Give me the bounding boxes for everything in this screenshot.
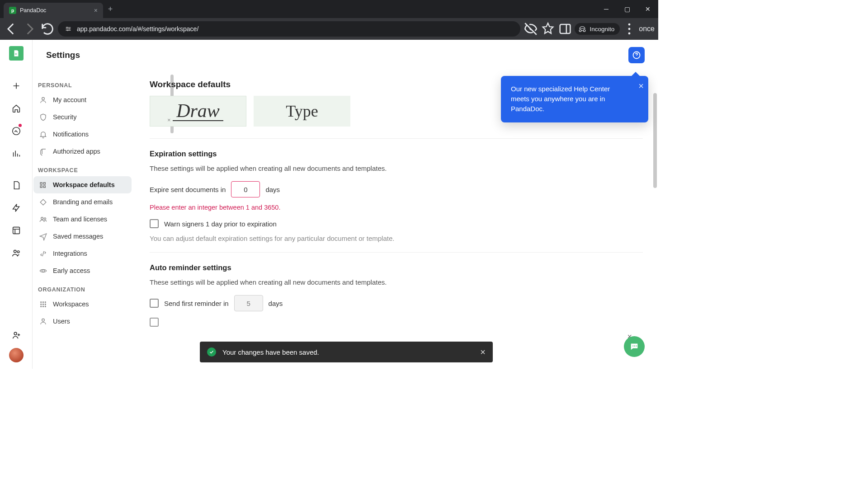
svg-point-23 [41,301,42,302]
sidebar-item-security[interactable]: Security [33,108,132,126]
sidebar-item-label: Authorized apps [53,148,100,155]
help-popover: × Our new specialized Help Center meets … [501,76,648,122]
signature-draw-option[interactable]: × Draw [150,96,246,127]
toolbar-right: Incognito once [523,21,655,37]
help-button[interactable] [628,47,645,63]
sidebar-item-label: Early access [53,267,90,274]
reload-button[interactable] [40,21,55,37]
new-doc-button[interactable] [6,76,26,96]
svg-point-25 [45,301,46,302]
bookmark-star-icon[interactable] [540,21,556,37]
svg-point-32 [42,319,45,321]
contacts-icon[interactable] [6,243,26,263]
browser-tab[interactable]: p PandaDoc × [4,3,103,18]
reminder-heading: Auto reminder settings [150,263,643,272]
expire-prefix: Expire sent documents in [150,186,226,193]
sidebar-item-users[interactable]: Users [33,313,132,330]
catalog-icon[interactable] [6,221,26,240]
app-root: Settings PERSONAL My account Security No… [0,40,658,369]
expiration-heading: Expiration settings [150,150,643,158]
svg-point-31 [45,306,46,307]
close-window-button[interactable]: ✕ [637,0,658,18]
url-bar[interactable]: app.pandadoc.com/a/#/settings/workspace/ [58,21,520,37]
svg-point-0 [66,27,68,28]
settings-sidebar: PERSONAL My account Security Notificatio… [33,70,134,369]
pandadoc-logo[interactable] [9,46,24,61]
first-reminder-checkbox[interactable] [150,299,159,308]
svg-point-34 [634,346,635,347]
expire-error-text: Please enter an integer between 1 and 36… [150,204,643,211]
reminder-desc: These settings will be applied when crea… [150,278,643,286]
first-reminder-days-input[interactable] [234,295,263,311]
signature-x-mark: × [167,117,171,123]
svg-point-24 [43,301,44,302]
expiration-desc: These settings will be applied when crea… [150,164,643,172]
svg-point-12 [17,251,19,253]
svg-rect-10 [13,227,19,234]
back-button[interactable] [4,21,19,37]
sidebar-item-branding[interactable]: Branding and emails [33,193,132,211]
svg-point-22 [42,269,45,272]
templates-icon[interactable] [6,198,26,218]
section-workspace-label: WORKSPACE [33,160,134,176]
browser-chrome: p PandaDoc × + ─ ▢ ✕ app.pandadoc.com/a/… [0,0,658,40]
browser-menu-icon[interactable] [622,21,637,37]
svg-point-6 [628,28,631,30]
svg-point-35 [636,346,637,347]
chat-fab[interactable] [624,336,645,357]
sidebar-item-saved-messages[interactable]: Saved messages [33,228,132,245]
side-panel-icon[interactable] [557,21,573,37]
toast-close-icon[interactable]: × [480,347,486,357]
incognito-indicator[interactable]: Incognito [575,23,620,35]
popover-close-icon[interactable]: × [638,80,644,93]
svg-rect-18 [43,182,45,184]
svg-rect-8 [15,54,17,55]
user-avatar[interactable] [9,348,24,362]
sidebar-item-team[interactable]: Team and licenses [33,211,132,228]
warn-signers-checkbox[interactable] [150,219,159,228]
main-scrollbar[interactable] [653,80,657,216]
popover-text: Our new specialized Help Center meets yo… [511,85,610,113]
svg-point-20 [41,217,43,219]
sidebar-item-authorized-apps[interactable]: Authorized apps [33,143,132,160]
sidebar-item-workspaces[interactable]: Workspaces [33,296,132,313]
sidebar-item-label: Team and licenses [53,216,107,223]
repeat-reminder-checkbox[interactable] [150,318,159,327]
eye-off-icon[interactable] [523,21,538,37]
svg-point-29 [41,306,42,307]
maximize-button[interactable]: ▢ [617,0,637,18]
activity-icon[interactable] [6,121,26,141]
repeat-reminder-row[interactable] [150,318,643,327]
sidebar-item-early-access[interactable]: Early access [33,262,132,279]
url-text: app.pandadoc.com/a/#/settings/workspace/ [77,25,198,33]
sidebar-item-integrations[interactable]: Integrations [33,245,132,262]
expire-field-row: Expire sent documents in days [150,181,643,197]
minimize-button[interactable]: ─ [596,0,617,18]
documents-icon[interactable] [6,175,26,195]
svg-point-26 [41,304,42,305]
first-reminder-row[interactable]: Send first reminder in days [150,295,643,311]
svg-point-7 [628,33,631,35]
sidebar-item-my-account[interactable]: My account [33,91,132,108]
invite-user-icon[interactable] [6,325,26,345]
svg-point-1 [69,28,70,30]
new-tab-button[interactable]: + [104,3,117,15]
expiration-hint: You can adjust default expiration settin… [150,235,643,242]
svg-point-13 [14,332,17,335]
sidebar-item-notifications[interactable]: Notifications [33,126,132,143]
svg-rect-3 [560,24,570,33]
nav-rail [0,40,33,369]
home-icon[interactable] [6,99,26,118]
sidebar-item-label: Branding and emails [53,198,113,206]
expire-suffix: days [265,186,280,193]
site-controls-icon[interactable] [64,25,72,33]
warn-signers-row[interactable]: Warn signers 1 day prior to expiration [150,219,643,228]
expire-days-input[interactable] [231,181,260,197]
sidebar-item-workspace-defaults[interactable]: Workspace defaults [33,176,132,193]
signature-type-option[interactable]: Type [254,96,350,127]
topbar: Settings [33,40,658,70]
reports-icon[interactable] [6,144,26,164]
forward-button[interactable] [22,21,37,37]
close-tab-icon[interactable]: × [94,7,98,14]
save-toast: Your changes have been saved. × [200,342,493,362]
